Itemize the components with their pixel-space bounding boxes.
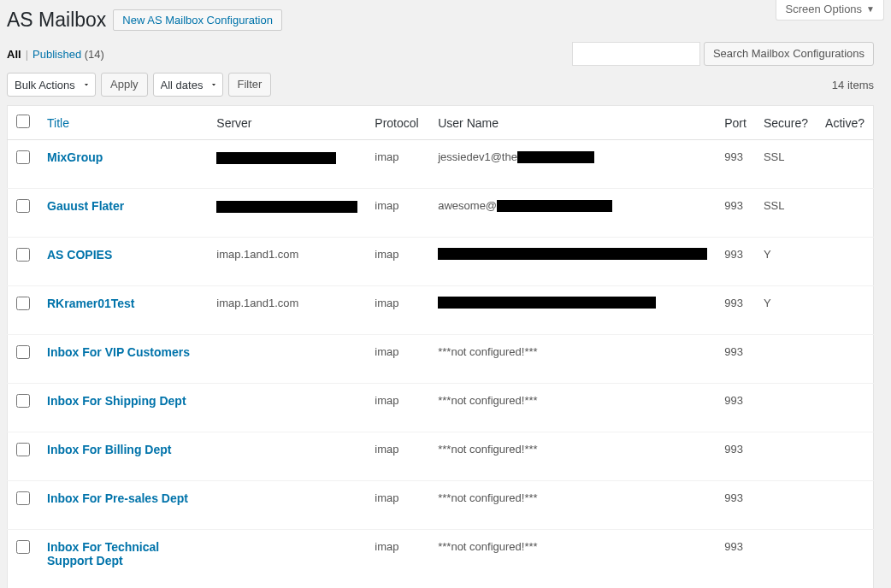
filter-published-count: (14) [81, 48, 104, 61]
column-active: Active? [817, 106, 873, 140]
row-username: ***not configured!*** [429, 335, 716, 384]
row-title-link[interactable]: Inbox For Technical Support Dept [47, 540, 159, 567]
row-username [429, 286, 716, 335]
row-secure [755, 335, 817, 384]
row-secure [755, 384, 817, 432]
row-title-link[interactable]: MixGroup [47, 150, 103, 164]
row-checkbox[interactable] [16, 443, 30, 456]
row-checkbox[interactable] [16, 491, 30, 505]
row-port: 993 [716, 238, 755, 286]
table-row: Inbox For Billing Deptimap***not configu… [8, 432, 874, 481]
row-active [817, 481, 873, 530]
row-title-link[interactable]: Inbox For Pre-sales Dept [47, 491, 188, 505]
chevron-down-icon: ▼ [866, 4, 875, 14]
row-port: 993 [716, 481, 755, 530]
redacted-block [497, 200, 612, 212]
redacted-block [216, 201, 357, 213]
row-server [208, 432, 366, 481]
row-title-link[interactable]: RKramer01Test [47, 297, 134, 310]
apply-bulk-button[interactable]: Apply [101, 73, 148, 97]
row-title-link[interactable]: Gauust Flater [47, 199, 124, 213]
table-row: MixGroupimapjessiedev1@the993SSL [8, 140, 874, 189]
search-input[interactable] [572, 42, 700, 66]
search-button[interactable]: Search Mailbox Configurations [704, 42, 874, 66]
row-title-link[interactable]: Inbox For VIP Customers [47, 345, 190, 359]
filter-button[interactable]: Filter [228, 73, 272, 97]
row-server [208, 530, 366, 589]
row-port: 993 [716, 530, 755, 589]
column-secure: Secure? [755, 106, 817, 140]
row-server: imap.1and1.com [208, 238, 366, 286]
column-title[interactable]: Title [38, 106, 208, 140]
row-active [817, 286, 873, 335]
table-row: RKramer01Testimap.1and1.comimap993Y [8, 286, 874, 335]
filter-published-link[interactable]: Published [32, 48, 81, 61]
row-username: ***not configured!*** [429, 481, 716, 530]
column-port: Port [716, 106, 755, 140]
row-protocol: imap [366, 286, 429, 335]
row-title-link[interactable]: Inbox For Billing Dept [47, 443, 171, 456]
row-username: awesome@ [429, 189, 716, 238]
row-active [817, 140, 873, 189]
row-username: ***not configured!*** [429, 384, 716, 432]
row-active [817, 530, 873, 589]
row-port: 993 [716, 432, 755, 481]
column-server: Server [208, 106, 366, 140]
redacted-block [438, 297, 656, 309]
row-server [208, 189, 366, 238]
row-checkbox[interactable] [16, 297, 30, 310]
row-secure [755, 530, 817, 589]
table-row: Gauust Flaterimapawesome@993SSL [8, 189, 874, 238]
row-username: ***not configured!*** [429, 432, 716, 481]
redacted-block [438, 248, 707, 260]
row-secure [755, 481, 817, 530]
row-secure [755, 432, 817, 481]
filter-separator: | [26, 48, 28, 61]
row-checkbox[interactable] [16, 248, 30, 262]
row-protocol: imap [366, 238, 429, 286]
table-row: Inbox For Pre-sales Deptimap***not confi… [8, 481, 874, 530]
row-port: 993 [716, 189, 755, 238]
mailbox-table: Title Server Protocol User Name Port Sec… [7, 105, 874, 588]
row-checkbox[interactable] [16, 345, 30, 359]
add-new-button[interactable]: New AS Mailbox Configuration [113, 9, 282, 31]
redacted-block [517, 151, 594, 163]
row-server [208, 335, 366, 384]
row-port: 993 [716, 335, 755, 384]
items-count: 14 items [832, 79, 874, 91]
table-row: Inbox For VIP Customersimap***not config… [8, 335, 874, 384]
row-title-link[interactable]: AS COPIES [47, 248, 112, 262]
row-username: jessiedev1@the [429, 140, 716, 189]
row-server [208, 140, 366, 189]
row-protocol: imap [366, 384, 429, 432]
row-active [817, 384, 873, 432]
table-row: Inbox For Shipping Deptimap***not config… [8, 384, 874, 432]
row-port: 993 [716, 384, 755, 432]
bulk-actions-select[interactable]: Bulk Actions [7, 73, 96, 97]
table-row: AS COPIESimap.1and1.comimap993Y [8, 238, 874, 286]
date-filter-select[interactable]: All dates [153, 73, 223, 97]
select-all-checkbox[interactable] [16, 115, 30, 128]
row-server: imap.1and1.com [208, 286, 366, 335]
row-username: ***not configured!*** [429, 530, 716, 589]
row-protocol: imap [366, 189, 429, 238]
row-username [429, 238, 716, 286]
row-port: 993 [716, 286, 755, 335]
row-secure: SSL [755, 140, 817, 189]
row-protocol: imap [366, 140, 429, 189]
row-active [817, 189, 873, 238]
row-checkbox[interactable] [16, 394, 30, 408]
row-checkbox[interactable] [16, 540, 30, 554]
column-username: User Name [429, 106, 716, 140]
row-server [208, 384, 366, 432]
filter-all-link[interactable]: All [7, 48, 21, 61]
row-checkbox[interactable] [16, 199, 30, 213]
row-checkbox[interactable] [16, 150, 30, 164]
screen-options-label: Screen Options [785, 3, 862, 15]
row-protocol: imap [366, 432, 429, 481]
table-row: Inbox For Technical Support Deptimap***n… [8, 530, 874, 589]
row-secure: Y [755, 286, 817, 335]
row-title-link[interactable]: Inbox For Shipping Dept [47, 394, 186, 408]
page-title: AS Mailbox [7, 9, 106, 32]
screen-options-tab[interactable]: Screen Options ▼ [776, 0, 884, 21]
